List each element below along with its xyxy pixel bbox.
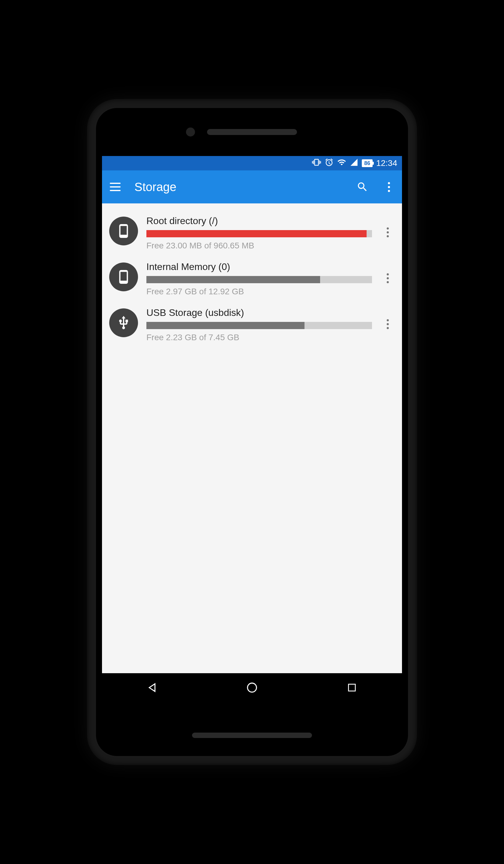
more-vert-icon: [388, 182, 390, 192]
alarm-icon: [325, 158, 334, 169]
search-button[interactable]: [355, 180, 370, 194]
more-vert-icon: [387, 227, 389, 237]
phone-speaker-top: [207, 129, 297, 135]
storage-free-text: Free 23.00 MB of 960.65 MB: [146, 241, 372, 251]
back-button[interactable]: [143, 679, 161, 697]
storage-title: Internal Memory (0): [146, 261, 372, 272]
home-button[interactable]: [243, 679, 261, 697]
vibrate-icon: [312, 158, 321, 169]
storage-free-text: Free 2.23 GB of 7.45 GB: [146, 333, 372, 342]
status-bar: 86 12:34: [102, 156, 402, 170]
phone-bezel: 86 12:34 Storage: [96, 108, 408, 756]
svg-point-0: [248, 683, 256, 692]
usb-icon: [109, 309, 138, 337]
storage-title: Root directory (/): [146, 215, 372, 227]
progress-fill: [146, 230, 367, 237]
page-title: Storage: [134, 180, 343, 194]
phone-frame: 86 12:34 Storage: [87, 99, 417, 765]
phone-icon: [109, 217, 138, 245]
more-vert-icon: [387, 319, 389, 329]
phone-icon: [109, 263, 138, 291]
status-time: 12:34: [376, 158, 397, 168]
signal-icon: [350, 158, 358, 169]
wifi-icon: [337, 158, 346, 169]
progress-fill: [146, 322, 304, 329]
progress-fill: [146, 276, 320, 283]
storage-free-text: Free 2.97 GB of 12.92 GB: [146, 287, 372, 296]
storage-item-internal[interactable]: Internal Memory (0) Free 2.97 GB of 12.9…: [102, 255, 402, 301]
overflow-button[interactable]: [382, 180, 396, 194]
more-vert-icon: [387, 273, 389, 283]
navigation-bar: [102, 673, 402, 702]
storage-body: Internal Memory (0) Free 2.97 GB of 12.9…: [146, 260, 372, 296]
screen: 86 12:34 Storage: [102, 156, 402, 702]
storage-body: USB Storage (usbdisk) Free 2.23 GB of 7.…: [146, 306, 372, 342]
storage-list: Root directory (/) Free 23.00 MB of 960.…: [102, 203, 402, 673]
item-overflow-button[interactable]: [381, 227, 395, 237]
phone-camera: [186, 128, 195, 136]
progress-bar: [146, 276, 372, 283]
storage-body: Root directory (/) Free 23.00 MB of 960.…: [146, 214, 372, 251]
home-icon: [246, 682, 258, 694]
hamburger-icon: [110, 183, 121, 191]
progress-bar: [146, 230, 372, 237]
storage-title: USB Storage (usbdisk): [146, 307, 372, 318]
item-overflow-button[interactable]: [381, 273, 395, 283]
battery-icon: 86: [362, 159, 373, 167]
search-icon: [357, 181, 368, 193]
app-bar: Storage: [102, 170, 402, 203]
menu-button[interactable]: [108, 180, 122, 194]
progress-bar: [146, 322, 372, 329]
storage-item-usb[interactable]: USB Storage (usbdisk) Free 2.23 GB of 7.…: [102, 301, 402, 347]
storage-item-root[interactable]: Root directory (/) Free 23.00 MB of 960.…: [102, 209, 402, 255]
recents-button[interactable]: [343, 679, 361, 697]
recents-icon: [347, 683, 357, 693]
svg-rect-1: [349, 684, 356, 691]
back-icon: [146, 682, 158, 693]
item-overflow-button[interactable]: [381, 319, 395, 329]
phone-speaker-bottom: [192, 733, 312, 738]
